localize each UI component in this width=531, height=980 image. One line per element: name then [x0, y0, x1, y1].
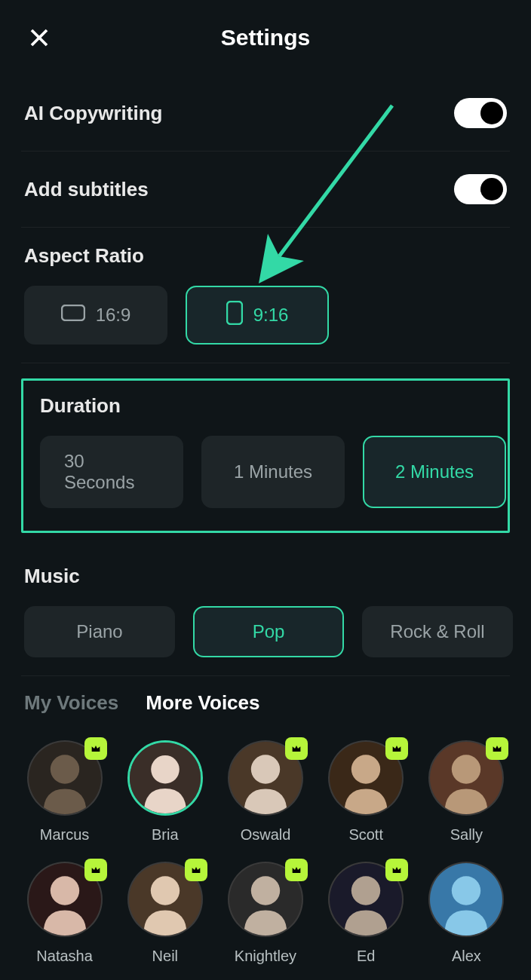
- svg-rect-2: [62, 305, 84, 320]
- voice-name-label: Alex: [452, 948, 481, 965]
- music-section: Music Piano Pop Rock & Roll: [21, 548, 510, 676]
- duration-option-1m[interactable]: 1 Minutes: [201, 436, 345, 508]
- voice-name-label: Neil: [152, 948, 178, 965]
- avatar-wrap: [428, 862, 504, 937]
- landscape-icon: [61, 305, 85, 326]
- svg-point-11: [351, 755, 380, 783]
- music-label: Music: [24, 565, 507, 588]
- premium-badge: [84, 859, 107, 881]
- voice-knightley[interactable]: Knightley: [223, 862, 307, 965]
- svg-point-15: [50, 876, 78, 905]
- music-option-rock[interactable]: Rock & Roll: [362, 606, 513, 657]
- premium-badge: [185, 859, 207, 881]
- voice-name-label: Knightley: [235, 948, 296, 965]
- premium-badge: [285, 859, 308, 881]
- toggle-row-subtitles: Add subtitles: [21, 152, 510, 228]
- voice-marcus[interactable]: Marcus: [23, 740, 106, 844]
- voice-natasha[interactable]: Natasha: [23, 862, 106, 965]
- tab-my-voices[interactable]: My Voices: [24, 691, 118, 715]
- duration-option-2m[interactable]: 2 Minutes: [363, 436, 506, 508]
- music-option-pop[interactable]: Pop: [193, 606, 344, 657]
- svg-point-17: [151, 876, 180, 905]
- voice-neil[interactable]: Neil: [123, 862, 207, 965]
- crown-icon: [391, 743, 403, 755]
- close-button[interactable]: [24, 23, 54, 53]
- premium-badge: [84, 737, 107, 760]
- avatar-wrap: [428, 740, 504, 816]
- voices-tabs: My Voices More Voices: [21, 676, 510, 719]
- premium-badge: [486, 737, 508, 760]
- premium-badge: [385, 859, 408, 881]
- voice-scott[interactable]: Scott: [324, 740, 408, 844]
- duration-option-label: 1 Minutes: [234, 461, 312, 482]
- svg-point-7: [151, 755, 180, 784]
- voice-name-label: Sally: [450, 826, 483, 844]
- aspect-ratio-option-16-9[interactable]: 16:9: [24, 286, 167, 345]
- aspect-ratio-option-9-16[interactable]: 9:16: [186, 286, 329, 345]
- duration-option-label: 2 Minutes: [395, 461, 474, 482]
- crown-icon: [491, 743, 503, 755]
- voice-name-label: Scott: [348, 826, 383, 844]
- subtitles-label: Add subtitles: [24, 178, 149, 201]
- music-option-label: Pop: [253, 621, 285, 642]
- svg-point-19: [251, 876, 280, 905]
- voice-alex[interactable]: Alex: [425, 862, 508, 965]
- crown-icon: [190, 864, 202, 876]
- aspect-ratio-label: Aspect Ratio: [24, 244, 507, 268]
- svg-point-9: [251, 755, 280, 783]
- subtitles-toggle[interactable]: [454, 174, 507, 204]
- avatar-wrap: [328, 862, 404, 937]
- svg-point-23: [452, 876, 480, 905]
- avatar-wrap: [127, 740, 203, 816]
- duration-option-30s[interactable]: 30 Seconds: [40, 436, 183, 508]
- aspect-ratio-option-label: 9:16: [253, 305, 289, 326]
- crown-icon: [290, 743, 302, 755]
- duration-option-label: 30 Seconds: [64, 451, 159, 493]
- avatar-wrap: [228, 862, 303, 937]
- voice-name-label: Marcus: [40, 826, 90, 844]
- crown-icon: [290, 864, 302, 876]
- duration-label: Duration: [40, 394, 491, 418]
- avatar-wrap: [27, 740, 103, 816]
- toggle-row-ai-copywriting: AI Copywriting: [21, 75, 510, 152]
- voice-name-label: Ed: [357, 948, 375, 965]
- voice-oswald[interactable]: Oswald: [223, 740, 307, 844]
- svg-point-5: [50, 755, 78, 783]
- portrait-icon: [226, 301, 243, 329]
- voice-sally[interactable]: Sally: [425, 740, 508, 844]
- ai-copywriting-toggle[interactable]: [454, 98, 507, 128]
- header: Settings: [0, 0, 531, 75]
- ai-copywriting-label: AI Copywriting: [24, 102, 162, 125]
- svg-point-21: [351, 876, 380, 905]
- svg-point-13: [452, 755, 480, 783]
- avatar-wrap: [328, 740, 404, 816]
- voice-name-label: Oswald: [241, 826, 291, 844]
- crown-icon: [90, 864, 102, 876]
- avatar: [127, 740, 203, 816]
- voice-name-label: Natasha: [36, 948, 93, 965]
- voices-grid: MarcusBriaOswaldScottSallyNatashaNeilKni…: [21, 719, 510, 965]
- music-option-label: Piano: [76, 621, 122, 642]
- tab-more-voices[interactable]: More Voices: [146, 691, 259, 715]
- avatar-wrap: [27, 862, 103, 937]
- premium-badge: [285, 737, 308, 760]
- avatar-wrap: [127, 862, 203, 937]
- crown-icon: [90, 743, 102, 755]
- music-option-piano[interactable]: Piano: [24, 606, 175, 657]
- duration-section-highlighted: Duration 30 Seconds 1 Minutes 2 Minutes: [21, 378, 510, 533]
- premium-badge: [385, 737, 408, 760]
- avatar-wrap: [228, 740, 303, 816]
- avatar: [428, 862, 504, 937]
- svg-rect-3: [227, 302, 242, 324]
- page-title: Settings: [221, 25, 310, 51]
- music-option-label: Rock & Roll: [390, 621, 484, 642]
- voice-name-label: Bria: [152, 826, 179, 844]
- aspect-ratio-option-label: 16:9: [96, 305, 131, 326]
- crown-icon: [391, 864, 403, 876]
- aspect-ratio-section: Aspect Ratio 16:9 9:16: [21, 228, 510, 363]
- voice-ed[interactable]: Ed: [324, 862, 408, 965]
- voice-bria[interactable]: Bria: [123, 740, 207, 844]
- close-icon: [28, 26, 51, 49]
